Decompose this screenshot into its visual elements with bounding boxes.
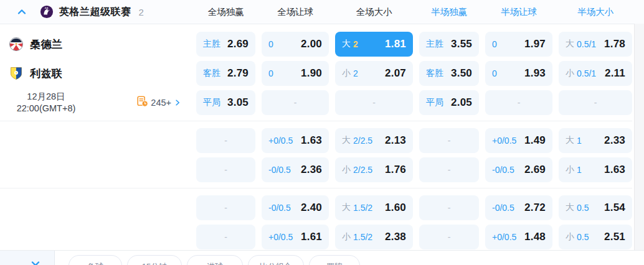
match-meta: 12月28日 22:00(GMT+8) 245+ — [0, 90, 181, 115]
column-header-halftime-1x2: 半场独赢 — [419, 6, 479, 18]
odds-row-alt-line: - +0/0.5 1.63 大2/2.5 2.13 - +0/0.5 1.49 … — [0, 128, 644, 153]
odds-cell-ht-over-alt[interactable]: 大0.5 1.54 — [559, 195, 632, 220]
odds-row-away: 利兹联 客胜 2.79 0 1.90 小2 2.07 客胜 3.50 0 1.9… — [0, 61, 644, 86]
tab-corners[interactable]: 角球 — [69, 255, 122, 265]
odds-cell-empty[interactable]: - — [196, 225, 255, 249]
home-team-name: 桑德兰 — [30, 37, 63, 52]
premier-league-logo-icon — [40, 5, 54, 19]
scrollbar-track[interactable] — [634, 24, 644, 265]
odds-cell-empty[interactable]: - — [196, 195, 255, 220]
collapse-chevron-down-icon — [30, 258, 41, 265]
odds-cell-ft-handicap-away[interactable]: 0 1.90 — [262, 61, 329, 86]
odds-cell-ft-under-alt[interactable]: 小1.5/2 2.38 — [335, 225, 413, 249]
odds-cell-ft-over-selected[interactable]: 大2 1.81 — [335, 32, 413, 57]
odds-cell-empty[interactable]: - — [419, 157, 479, 182]
odds-cell-ht-under-alt[interactable]: 小1 1.63 — [559, 157, 632, 182]
sunderland-crest-icon — [9, 37, 24, 52]
odds-cell-ht-handicap-alt[interactable]: +0/0.5 1.49 — [485, 128, 552, 153]
odds-cell-ht-under[interactable]: 小0.5/1 2.11 — [559, 61, 632, 86]
match-time: 22:00(GMT+8) — [9, 103, 83, 114]
odds-row-alt-line: - -0/0.5 2.40 大1.5/2 1.60 - -0/0.5 2.72 … — [0, 195, 644, 220]
tab-goals[interactable]: 进球 — [187, 255, 243, 265]
column-header-halftime-overunder: 半场大小 — [559, 6, 632, 18]
tab-15min[interactable]: 15分钟 — [127, 255, 182, 265]
markets-list-icon — [137, 96, 148, 109]
odds-cell-ft-handicap-home[interactable]: 0 2.00 — [262, 32, 329, 57]
odds-cell-ht-draw[interactable]: 平局 2.05 — [419, 90, 479, 115]
home-team: 桑德兰 — [0, 32, 190, 57]
odds-cell-empty[interactable]: - — [559, 90, 632, 115]
odds-cell-ft-handicap-alt[interactable]: +0/0.5 1.61 — [262, 225, 329, 249]
odds-cell-ft-draw[interactable]: 平局 3.05 — [196, 90, 255, 115]
odds-cell-ft-over-alt[interactable]: 大1.5/2 1.60 — [335, 195, 413, 220]
group-separator — [0, 188, 632, 188]
odds-cell-empty[interactable]: - — [196, 128, 255, 153]
odds-cell-ft-handicap-alt[interactable]: +0/0.5 1.63 — [262, 128, 329, 153]
column-header-halftime-handicap: 半场让球 — [485, 6, 552, 18]
more-markets-count: 245+ — [151, 98, 171, 108]
odds-cell-ft-under-alt[interactable]: 小2/2.5 1.76 — [335, 157, 413, 182]
odds-cell-empty[interactable]: - — [485, 90, 552, 115]
away-team: 利兹联 — [0, 61, 190, 86]
odds-cell-ft-away-win[interactable]: 客胜 2.79 — [196, 61, 255, 86]
league-info: 英格兰超级联赛 2 — [0, 5, 190, 19]
league-title: 英格兰超级联赛 — [59, 6, 131, 19]
chevron-right-icon — [174, 99, 181, 106]
column-header-fulltime-1x2: 全场独赢 — [196, 6, 255, 18]
odds-cell-ht-handicap-alt[interactable]: +0/0.5 1.48 — [485, 225, 552, 249]
expand-toggle[interactable] — [0, 251, 55, 265]
leeds-united-crest-icon — [9, 66, 24, 81]
group-separator — [0, 121, 632, 121]
match-datetime: 12月28日 22:00(GMT+8) — [9, 91, 83, 114]
column-header-fulltime-handicap: 全场让球 — [262, 6, 329, 18]
odds-cell-empty[interactable]: - — [196, 157, 255, 182]
odds-cell-ht-under-alt[interactable]: 小0.5 2.51 — [559, 225, 632, 249]
column-header-fulltime-overunder: 全场大小 — [335, 6, 413, 18]
league-match-count: 2 — [139, 7, 144, 17]
league-header: 英格兰超级联赛 2 全场独赢 全场让球 全场大小 半场独赢 半场让球 半场大小 — [0, 0, 644, 24]
tab-cards[interactable]: 罚牌 — [309, 255, 360, 265]
odds-cell-ht-handicap-home[interactable]: 0 1.97 — [485, 32, 552, 57]
odds-row-home: 桑德兰 主胜 2.69 0 2.00 大2 1.81 主胜 3.55 0 1.9… — [0, 32, 644, 57]
tab-score-combo[interactable]: 比分组合 — [248, 255, 304, 265]
odds-cell-ht-over[interactable]: 大0.5/1 1.78 — [559, 32, 632, 57]
match-date: 12月28日 — [9, 91, 83, 103]
odds-row-draw: 12月28日 22:00(GMT+8) 245+ 平局 3.05 - — [0, 90, 644, 115]
odds-cell-empty[interactable]: - — [262, 90, 329, 115]
odds-cell-ft-under[interactable]: 小2 2.07 — [335, 61, 413, 86]
odds-cell-ht-over-alt[interactable]: 大1 2.33 — [559, 128, 632, 153]
odds-cell-empty[interactable]: - — [419, 128, 479, 153]
odds-cell-ht-handicap-alt[interactable]: -0/0.5 2.72 — [485, 195, 552, 220]
odds-cell-ht-handicap-alt[interactable]: -0/0.5 2.69 — [485, 157, 552, 182]
odds-cell-empty[interactable]: - — [335, 90, 413, 115]
market-tab-list: 角球 15分钟 进球 比分组合 罚牌 — [69, 255, 360, 265]
odds-cell-ft-handicap-alt[interactable]: -0/0.5 2.36 — [262, 157, 329, 182]
odds-cell-ht-away-win[interactable]: 客胜 3.50 — [419, 61, 479, 86]
odds-row-alt-line: - -0/0.5 2.36 小2/2.5 1.76 - -0/0.5 2.69 … — [0, 157, 644, 182]
collapse-chevron-up-icon[interactable] — [16, 6, 27, 17]
odds-cell-ht-home-win[interactable]: 主胜 3.55 — [419, 32, 479, 57]
odds-cell-ft-home-win[interactable]: 主胜 2.69 — [196, 32, 255, 57]
odds-cell-ht-handicap-away[interactable]: 0 1.93 — [485, 61, 552, 86]
odds-cell-empty[interactable]: - — [419, 195, 479, 220]
market-tabs-bar: 角球 15分钟 进球 比分组合 罚牌 — [0, 250, 644, 265]
more-markets-link[interactable]: 245+ — [137, 96, 181, 109]
odds-cell-ft-handicap-alt[interactable]: -0/0.5 2.40 — [262, 195, 329, 220]
odds-row-alt-line: - +0/0.5 1.61 小1.5/2 2.38 - +0/0.5 1.48 … — [0, 225, 644, 249]
odds-cell-empty[interactable]: - — [419, 225, 479, 249]
odds-cell-ft-over-alt[interactable]: 大2/2.5 2.13 — [335, 128, 413, 153]
away-team-name: 利兹联 — [30, 67, 63, 81]
